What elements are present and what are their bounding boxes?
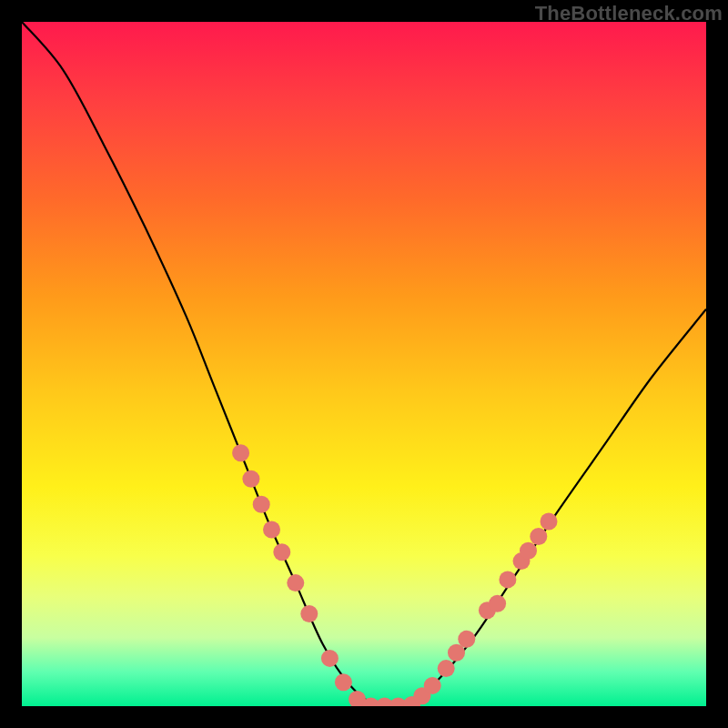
- data-marker: [489, 595, 506, 612]
- data-marker: [335, 673, 352, 691]
- chart-frame: TheBottleneck.com: [0, 0, 728, 728]
- data-marker: [287, 574, 304, 592]
- plot-area: [22, 22, 706, 706]
- watermark-text: TheBottleneck.com: [535, 2, 723, 25]
- data-marker: [438, 660, 455, 677]
- data-marker: [232, 444, 249, 461]
- data-marker: [242, 470, 259, 488]
- data-marker: [263, 521, 280, 539]
- data-marker: [458, 631, 475, 648]
- bottleneck-curve: [22, 22, 706, 706]
- data-marker: [499, 571, 516, 588]
- data-marker: [520, 542, 537, 560]
- data-marker: [300, 605, 318, 622]
- data-marker: [541, 513, 558, 531]
- data-marker: [273, 543, 290, 561]
- data-marker: [253, 496, 270, 513]
- data-marker: [530, 528, 547, 545]
- data-marker: [321, 650, 339, 667]
- data-marker: [424, 677, 441, 694]
- data-marker: [448, 644, 465, 662]
